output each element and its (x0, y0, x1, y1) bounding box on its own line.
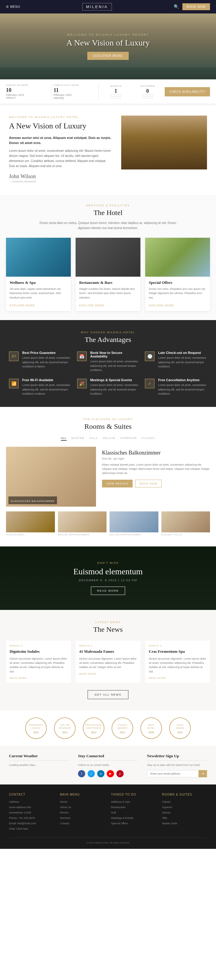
twitter-icon[interactable]: t (88, 770, 95, 777)
news-link-1[interactable]: READ MORE (6, 677, 71, 683)
checkin-field[interactable]: CHECK-IN DATE 10 February, 2022 FRIDAY (6, 84, 51, 99)
offers-link[interactable]: EXPLORE MORE (149, 304, 174, 307)
footer-main-menu-title: MAIN MENU (60, 793, 105, 796)
site-footer: CONTACT Address: some address line somew… (0, 784, 216, 849)
rooms-header: THE PLEASURE OF LUXURY Rooms & Suites (6, 418, 210, 431)
news-title-1: Dignissim Sodales (6, 649, 71, 654)
cancellation-text: Free Cancellation Anytime Lorem ipsum do… (158, 378, 207, 396)
room-thumb-2[interactable]: DELUXE DOPPELZIMMER (58, 511, 107, 536)
checkout-field[interactable]: CHECK-OUT DATE 11 February, 2022 saturda… (54, 84, 99, 99)
weather-title: Current Weather (9, 754, 69, 760)
news-date-2: MARCH 3 (75, 641, 141, 647)
filter-classic[interactable]: CLASSIC (142, 437, 155, 441)
filter-superior[interactable]: SUPERIOR (120, 437, 137, 441)
book-room-button[interactable]: BOOK NOW (135, 480, 162, 487)
rooms-featured: KLASSISCHES BALKONZIMMER Klassisches Bal… (6, 447, 210, 507)
linkedin-icon[interactable]: in (97, 770, 104, 777)
restaurant-link[interactable]: EXPLORE MORE (79, 304, 104, 307)
award-2: TOP 100TRAVELER 2021 (54, 718, 75, 739)
hotel-tag: SERVICES & FACILITIES (6, 204, 210, 207)
spa-desc: Vel ante diam, sapien amet elementum vel… (10, 287, 67, 300)
filter-villa[interactable]: VILLA (89, 437, 98, 441)
news-body-2: Dictum accumsan dignissim. Lorem ipsum d… (75, 657, 141, 670)
children-decrement[interactable]: − (142, 94, 147, 99)
welcome-section: WELCOME TO MILENIA LUXURY HOTEL A New Vi… (0, 103, 216, 195)
room-thumb-image-2 (58, 511, 107, 532)
all-news-button[interactable]: GET ALL NEWS (88, 690, 128, 699)
book-now-button[interactable]: BOOK NOW (182, 3, 210, 10)
award-4: LUXURYAWARDS 2021 (112, 718, 133, 739)
checkout-text: Late Check-out on Request Lorem ipsum do… (158, 351, 207, 369)
welcome-signature: John Wilson (9, 173, 112, 180)
restaurant-image (75, 238, 141, 277)
price-desc: Lorem ipsum dolor sit amet, consectetur … (22, 356, 71, 369)
hero-title: A New Vision of Luxury (66, 38, 150, 48)
checkout-day: 11 (54, 87, 96, 94)
price-title: Best Price Guarantee (22, 351, 71, 355)
welcome-tag: WELCOME TO MILENIA LUXURY HOTEL (9, 116, 112, 119)
guests-increment[interactable]: + (117, 94, 121, 99)
site-logo[interactable]: MILENIA (82, 3, 112, 11)
footer-main-menu: MAIN MENU Home About Us Rooms Services C… (60, 793, 105, 832)
event-read-more-button[interactable]: READ MORE (91, 587, 125, 595)
room-thumb-image-4 (162, 511, 210, 532)
footer-things-items: Wellness & Spa Restaurants Golf Meetings… (111, 799, 156, 826)
restaurant-desc: Integer curabitur leo lorem. Mauris blan… (79, 287, 137, 300)
search-icon[interactable]: 🔍 (174, 4, 179, 9)
room-thumb-image-3 (109, 511, 158, 532)
events-text: Meetings & Special Events Lorem ipsum do… (90, 378, 139, 396)
children-field[interactable]: CHILDREN 0 − + (133, 85, 162, 99)
children-controls[interactable]: − + (142, 94, 153, 99)
view-details-button[interactable]: VIEW DETAILS (102, 480, 133, 487)
wifi-icon: 📶 (9, 379, 19, 388)
pinterest-icon[interactable]: p (117, 770, 123, 777)
room-thumb-4[interactable]: KLASSETI VILLA (162, 511, 210, 536)
guests-field[interactable]: GUESTS 1 − + (101, 85, 131, 99)
newsletter-form: ➜ (147, 770, 207, 777)
rooms-filters: ALL MASTER VILLA DELUXE SUPERIOR CLASSIC (6, 437, 210, 441)
check-availability-button[interactable]: CHECK AVAILABILITY (165, 87, 210, 96)
event-tag: DON'T MISS (9, 562, 207, 565)
hotel-title: The Hotel (6, 209, 210, 217)
news-card-3: MARCH 3 Cras Fermentum Spa Dictum accums… (145, 641, 210, 683)
guests-decrement[interactable]: − (111, 94, 115, 99)
filter-deluxe[interactable]: DELUXE (103, 437, 115, 441)
room-thumb-1[interactable]: KLASSISCHES ... (6, 511, 55, 536)
checkout-desc: Lorem ipsum dolor sit amet, consectetur … (158, 356, 207, 369)
room-thumb-3[interactable]: DELUXE DOPPELZIMMER (109, 511, 158, 536)
newsletter-title: Newsletter Sign Up (147, 754, 207, 760)
news-link-2[interactable]: READ MORE (75, 673, 141, 679)
cancellation-title: Free Cancellation Anytime (158, 378, 207, 382)
filter-master[interactable]: MASTER (71, 437, 85, 441)
news-link-3[interactable]: READ MORE (145, 677, 210, 683)
room-thumb-image-1 (6, 511, 55, 532)
checkout-title: Late Check-out on Request (158, 351, 207, 355)
menu-button[interactable]: ☰ MENU (6, 5, 20, 8)
award-6-year: 2022 (177, 731, 183, 734)
cancellation-icon: ✓ (145, 379, 155, 388)
spa-link[interactable]: EXPLORE MORE (10, 304, 35, 307)
news-card-1: MARCH 3 Dignissim Sodales Dictum accumsa… (6, 641, 71, 683)
featured-room-badge: KLASSISCHES BALKONZIMMER (8, 496, 57, 504)
menu-label: MENU (10, 5, 20, 8)
filter-all[interactable]: ALL (61, 437, 67, 441)
featured-room-image: KLASSISCHES BALKONZIMMER (6, 447, 96, 507)
news-section: LATEST NEWS The News MARCH 3 Dignissim S… (0, 610, 216, 710)
youtube-icon[interactable]: ▶ (107, 770, 114, 777)
weather-body: Loading weather data... (9, 763, 69, 767)
children-increment[interactable]: + (148, 94, 153, 99)
award-1-text: TRAVELER'SCHOICE (27, 722, 44, 731)
hero-cta-button[interactable]: DISCOVER MORE (87, 52, 129, 60)
children-value: 0 (146, 88, 149, 94)
newsletter-body: Stay up to date with the latest from our… (147, 763, 207, 767)
award-5-year: 2020 (149, 731, 154, 734)
newsletter-submit-button[interactable]: ➜ (198, 770, 207, 777)
facebook-icon[interactable]: f (78, 770, 85, 777)
footer-contact: CONTACT Address: some address line somew… (9, 793, 54, 832)
event-content: DON'T MISS Euismod elementum DECEMBER 9,… (9, 562, 207, 595)
award-6: GOLDAWARD 2022 (169, 718, 191, 739)
newsletter-email-input[interactable] (147, 770, 198, 777)
footer-contact-address: Address: some address line somewhere 123… (9, 799, 54, 832)
award-5: BESTHOTEL 2020 (141, 718, 162, 739)
guests-controls[interactable]: − + (111, 94, 121, 99)
